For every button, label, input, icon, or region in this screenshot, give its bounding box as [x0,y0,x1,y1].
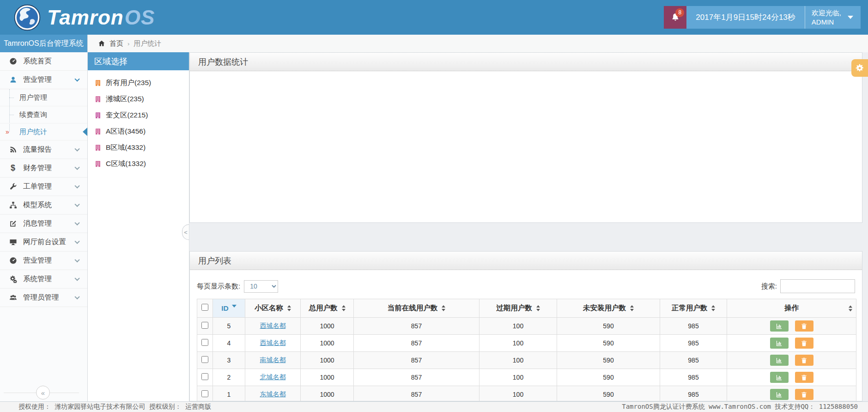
region-item[interactable]: 所有用户(235) [94,75,189,91]
sidebar-item-gears[interactable]: 系统管理 [0,270,87,289]
page-size-select[interactable]: 10 [244,280,278,293]
region-item[interactable]: C区域(1332) [94,156,189,172]
user-menu-button[interactable]: 欢迎光临, ADMIN [805,6,861,29]
sidebar-collapse-button[interactable]: « [36,386,50,400]
search-label: 搜索: [761,282,777,291]
column-header-id[interactable]: ID [213,299,245,318]
table-header-row: ID小区名称总用户数当前在线用户数过期用户数未安装用户数正常用户数操作 [197,299,856,318]
chart-button[interactable] [770,372,789,383]
cell-id: 1 [213,386,245,402]
logo[interactable]: TamronOS [14,0,155,35]
settings-button[interactable] [851,59,868,77]
sitemap-icon [8,201,18,209]
sidebar-item-sitemap[interactable]: 模型系统 [0,196,87,215]
cell-actions [727,318,856,335]
bar-chart-icon [776,374,783,381]
sidebar-item-label: 管理员管理 [23,293,59,302]
community-link[interactable]: 南城名都 [260,356,286,363]
column-header-checkbox[interactable] [197,299,213,318]
column-label: ID [221,304,229,312]
footer-license-text: 授权使用： 潍坊家园驿站电子技术有限公司 授权级别： 运营商版 [18,403,211,411]
breadcrumb: 首页 › 用户统计 [88,35,868,52]
delete-button[interactable] [795,338,813,349]
sidebar-item-gauge[interactable]: 营业管理 [0,252,87,270]
notifications-button[interactable]: 8 [664,6,686,29]
region-panel-title: 区域选择 [88,52,189,70]
cell-total: 1000 [301,318,354,335]
sidebar-item-wrench[interactable]: 工单管理 [0,178,87,196]
cell-actions [727,369,856,386]
column-header-name[interactable]: 小区名称 [245,299,301,318]
table-row: 2北城名都1000857100590985 [197,369,856,386]
cell-online: 857 [354,386,480,402]
chart-button[interactable] [770,338,789,349]
region-item[interactable]: A区语(3456) [94,123,189,140]
sidebar-item-label: 网厅前台设置 [23,237,66,247]
delete-button[interactable] [795,389,813,400]
globe-logo-icon [14,4,41,31]
community-link[interactable]: 东城名都 [260,390,286,398]
stats-panel-header: 用户数据统计 [190,53,862,71]
trash-icon [801,374,807,381]
column-header-expired[interactable]: 过期用户数 [480,299,557,318]
delete-button[interactable] [795,372,813,383]
row-checkbox[interactable] [201,356,208,363]
sidebar-item-label: 系统首页 [23,56,52,66]
column-header-total[interactable]: 总用户数 [301,299,354,318]
search-input[interactable] [780,279,855,293]
chart-button[interactable] [770,320,789,332]
cell-id: 3 [213,352,245,369]
cell-name: 西城名都 [245,318,301,335]
chart-button[interactable] [770,355,789,366]
select-all-checkbox[interactable] [201,304,208,311]
delete-button[interactable] [795,355,813,366]
building-icon [94,79,102,87]
sidebar-subitem-label: 用户统计 [19,128,47,136]
column-header-normal[interactable]: 正常用户数 [660,299,727,318]
sidebar-subitem[interactable]: 用户管理 [0,89,87,106]
sidebar-item-edit[interactable]: 消息管理 [0,215,87,233]
breadcrumb-home[interactable]: 首页 [109,39,123,48]
cell-uninstalled: 590 [557,369,660,386]
row-checkbox[interactable] [201,322,208,329]
header-controls: 8 2017年1月9日15时24分13秒 欢迎光临, ADMIN [664,6,861,29]
sidebar-item-dollar[interactable]: $财务管理 [0,159,87,178]
panel-collapse-handle[interactable]: < [182,224,189,240]
wrench-icon [8,183,18,191]
sidebar-item-label: 财务管理 [23,163,52,173]
sidebar-item-users[interactable]: 管理员管理 [0,289,87,307]
footer-support-text: TamronOS腾龙认证计费系统 www.TamronOS.com 技术支持QQ… [622,403,858,411]
sidebar-item-user[interactable]: 营业管理 [0,71,87,89]
row-checkbox[interactable] [201,339,208,346]
sidebar-subitem[interactable]: »用户统计 [0,123,87,141]
row-checkbox[interactable] [201,373,208,380]
cell-expired: 100 [480,318,557,335]
region-item-label: A区语(3456) [106,127,146,136]
column-header-actions[interactable]: 操作 [727,299,856,318]
chevron-down-icon [74,146,79,151]
sidebar-item-rss[interactable]: 流量报告 [0,141,87,159]
chevron-down-icon [74,202,79,207]
list-panel-header: 用户列表 [190,252,862,270]
column-header-uninstalled[interactable]: 未安装用户数 [557,299,660,318]
cell-actions [727,386,856,402]
region-item[interactable]: B区域(4332) [94,140,189,156]
column-header-online[interactable]: 当前在线用户数 [354,299,480,318]
community-link[interactable]: 西城名都 [260,322,286,329]
cell-id: 5 [213,318,245,335]
community-link[interactable]: 北城名都 [260,373,286,381]
tree-branch-icon [9,98,14,98]
sidebar-item-gauge[interactable]: 系统首页 [0,52,87,71]
region-item[interactable]: 潍城区(235) [94,91,189,107]
region-item[interactable]: 奎文区(2215) [94,107,189,123]
sidebar-item-desktop[interactable]: 网厅前台设置 [0,233,87,252]
chart-button[interactable] [770,389,789,400]
region-panel: 区域选择 所有用户(235)潍城区(235)奎文区(2215)A区语(3456)… [88,52,189,401]
sidebar-subitem[interactable]: 续费查询 [0,106,87,123]
delete-button[interactable] [795,320,813,332]
row-checkbox[interactable] [201,390,208,397]
region-item-label: 潍城区(235) [106,94,144,104]
sidebar: TamronOS后台管理系统 系统首页营业管理用户管理续费查询»用户统计流量报告… [0,35,88,401]
community-link[interactable]: 西城名都 [260,339,286,346]
cell-total: 1000 [301,386,354,402]
